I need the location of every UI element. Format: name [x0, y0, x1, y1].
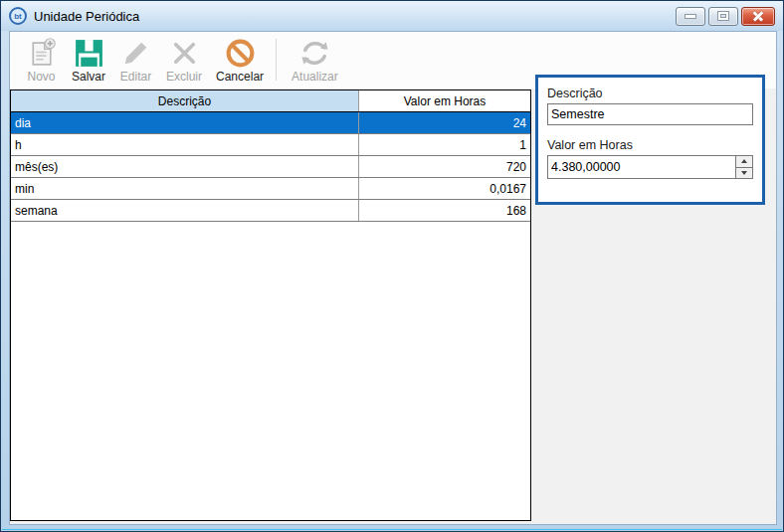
cell-valor: 720 — [359, 156, 530, 177]
table-row-dia[interactable]: dia 24 — [11, 112, 530, 134]
toolbar-separator — [276, 39, 277, 81]
column-header-descricao[interactable]: Descrição — [11, 90, 359, 111]
titlebar[interactable]: bt Unidade Periódica — [1, 1, 783, 31]
close-icon — [752, 10, 764, 22]
table-row-meses[interactable]: mês(es) 720 — [11, 156, 530, 178]
cell-descricao: min — [11, 178, 359, 199]
chevron-up-icon — [741, 159, 747, 163]
excluir-button[interactable]: Excluir — [159, 35, 209, 89]
maximize-icon — [718, 12, 728, 20]
new-document-icon — [25, 37, 58, 70]
minimize-button[interactable] — [676, 7, 705, 26]
cell-valor: 0,0167 — [359, 178, 530, 199]
spinner — [735, 156, 752, 178]
app-window: bt Unidade Periódica — [0, 0, 784, 532]
chevron-down-icon — [741, 171, 747, 175]
delete-x-icon — [168, 37, 201, 70]
spinner-down-button[interactable] — [736, 168, 752, 179]
close-button[interactable] — [741, 7, 775, 26]
editar-label: Editar — [120, 70, 151, 84]
editar-button[interactable]: Editar — [112, 35, 159, 89]
minimize-icon — [686, 15, 695, 18]
table-header: Descrição Valor em Horas — [11, 90, 530, 112]
spinner-up-button[interactable] — [736, 156, 752, 168]
excluir-label: Excluir — [166, 70, 202, 84]
refresh-icon — [298, 37, 331, 70]
edit-form-panel: Descrição Valor em Horas — [535, 75, 765, 205]
window-frame-accent — [2, 529, 782, 530]
cell-descricao: mês(es) — [11, 156, 359, 177]
window-controls — [676, 7, 775, 26]
atualizar-button[interactable]: Atualizar — [285, 35, 345, 89]
salvar-button[interactable]: Salvar — [65, 35, 112, 89]
valor-em-horas-input[interactable] — [548, 156, 735, 178]
descricao-label: Descrição — [547, 87, 753, 100]
cell-valor: 168 — [359, 200, 530, 221]
cell-valor: 24 — [359, 112, 530, 133]
table-row-h[interactable]: h 1 — [11, 134, 530, 156]
table-row-semana[interactable]: semana 168 — [11, 200, 530, 222]
cell-descricao: h — [11, 134, 359, 155]
unidade-periodica-table: Descrição Valor em Horas dia 24 h 1 mês(… — [10, 89, 531, 521]
maximize-button[interactable] — [708, 7, 738, 26]
novo-button[interactable]: Novo — [18, 35, 65, 89]
window-title: Unidade Periódica — [34, 9, 139, 24]
cell-valor: 1 — [359, 134, 530, 155]
column-header-valor-em-horas[interactable]: Valor em Horas — [359, 90, 530, 111]
cancelar-label: Cancelar — [216, 70, 264, 84]
salvar-label: Salvar — [72, 70, 105, 84]
client-area: Novo Salvar Editar — [9, 31, 777, 525]
valor-em-horas-label: Valor em Horas — [547, 138, 753, 152]
save-icon — [73, 37, 105, 70]
app-icon: bt — [9, 7, 27, 25]
atualizar-label: Atualizar — [292, 70, 338, 84]
descricao-input[interactable] — [547, 103, 753, 125]
table-row-min[interactable]: min 0,0167 — [11, 178, 530, 200]
novo-label: Novo — [27, 70, 55, 84]
valor-em-horas-field — [547, 155, 753, 179]
cancel-icon — [224, 37, 257, 70]
cell-descricao: dia — [11, 112, 359, 133]
cancelar-button[interactable]: Cancelar — [209, 35, 271, 89]
edit-pencil-icon — [119, 37, 152, 70]
cell-descricao: semana — [11, 200, 359, 221]
